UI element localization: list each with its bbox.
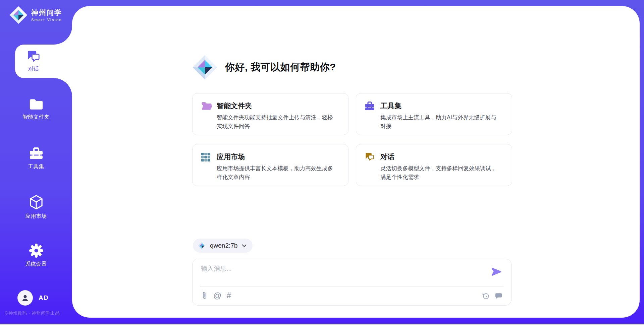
greeting-block: 你好, 我可以如何帮助你? <box>192 53 336 82</box>
brand-text: 神州问学 Smart Vision <box>31 8 62 22</box>
card-description: 智能文件夹功能支持批量文件上传与清洗，轻松实现文件问答 <box>217 113 336 130</box>
cube-icon <box>30 195 43 210</box>
composer-divider <box>200 286 504 287</box>
card-title: 应用市场 <box>217 152 245 162</box>
sidebar-item-app-market[interactable]: 应用市场 <box>0 195 72 220</box>
avatar <box>17 290 33 306</box>
gear-icon <box>29 244 43 258</box>
at-icon: @ <box>213 291 221 300</box>
model-selector[interactable]: qwen2:7b <box>193 239 253 253</box>
card-description: 应用市场提供丰富长文本模板，助力高效生成多样化文章内容 <box>217 164 336 181</box>
chat-icon <box>26 50 41 63</box>
greeting-title: 你好, 我可以如何帮助你? <box>225 61 336 74</box>
card-description: 灵活切换多模型文件，支持多样回复效果调试，满足个性化需求 <box>380 164 500 181</box>
chevron-down-icon <box>242 244 247 247</box>
attach-button[interactable] <box>201 291 208 300</box>
send-button[interactable] <box>491 267 502 276</box>
sidebar-item-chat[interactable]: 对话 <box>15 45 72 78</box>
message-composer: @ # <box>192 259 512 306</box>
chat-icon <box>365 152 375 161</box>
brand-diamond-icon <box>9 6 28 24</box>
sidebar-item-smart-folder[interactable]: 智能文件夹 <box>0 98 72 121</box>
user-initials: AD <box>39 294 48 302</box>
sidebar-item-label: 工具集 <box>28 163 44 170</box>
feedback-button[interactable] <box>495 292 502 299</box>
composer-right-toolbar <box>482 292 502 300</box>
message-input[interactable] <box>201 264 479 282</box>
sidebar-item-label: 应用市场 <box>25 213 47 220</box>
feature-cards: 智能文件夹 智能文件夹功能支持批量文件上传与清洗，轻松实现文件问答 工具集 集成… <box>192 93 512 186</box>
card-title: 工具集 <box>380 101 401 111</box>
history-button[interactable] <box>482 292 490 300</box>
chat-bubble-icon <box>495 292 502 299</box>
card-toolset[interactable]: 工具集 集成市场上主流工具，助力AI与外界无缝扩展与对接 <box>356 93 512 135</box>
brand-subtitle: Smart Vision <box>31 18 62 22</box>
sidebar: 神州问学 Smart Vision 对话 智能文件夹 <box>0 0 72 325</box>
card-app-market[interactable]: 应用市场 应用市场提供丰富长文本模板，助力高效生成多样化文章内容 <box>192 144 348 186</box>
folder-open-icon <box>201 102 212 111</box>
hash-icon: # <box>226 291 231 300</box>
composer-toolbar: @ # <box>201 291 231 300</box>
folder-icon <box>29 98 44 111</box>
card-smart-folder[interactable]: 智能文件夹 智能文件夹功能支持批量文件上传与清洗，轻松实现文件问答 <box>192 93 348 135</box>
grid-icon <box>201 152 210 162</box>
brand-diamond-icon <box>192 54 218 80</box>
sidebar-item-label: 对话 <box>28 66 39 73</box>
app-root: 你好, 我可以如何帮助你? 智能文件夹 智能文件夹功能支持批量文件上传与清洗，轻… <box>0 0 644 325</box>
sidebar-item-label: 智能文件夹 <box>23 114 50 121</box>
sidebar-item-toolset[interactable]: 工具集 <box>0 147 72 170</box>
brand-block: 神州问学 Smart Vision <box>9 6 62 24</box>
mention-button[interactable]: @ <box>213 291 221 300</box>
card-title: 智能文件夹 <box>217 101 252 111</box>
history-icon <box>482 292 490 300</box>
card-chat[interactable]: 对话 灵活切换多模型文件，支持多样回复效果调试，满足个性化需求 <box>356 144 512 186</box>
card-title: 对话 <box>380 152 394 162</box>
main-panel: 你好, 我可以如何帮助你? 智能文件夹 智能文件夹功能支持批量文件上传与清洗，轻… <box>72 6 640 318</box>
person-icon <box>21 294 30 302</box>
topic-button[interactable]: # <box>226 291 231 300</box>
brand-name: 神州问学 <box>31 8 62 17</box>
sidebar-item-chat-content: 对话 <box>15 45 52 78</box>
model-diamond-icon <box>198 241 207 250</box>
sidebar-item-label: 系统设置 <box>25 261 47 268</box>
sidebar-item-settings[interactable]: 系统设置 <box>0 244 72 268</box>
tab-corner-bottom <box>54 78 72 96</box>
model-name: qwen2:7b <box>210 242 237 249</box>
user-profile[interactable]: AD <box>17 290 48 306</box>
copyright-text: ©神州数码 · 神州问学出品 <box>5 310 60 316</box>
briefcase-icon <box>365 102 375 111</box>
card-description: 集成市场上主流工具，助力AI与外界无缝扩展与对接 <box>380 113 500 130</box>
taskbar-edge <box>0 324 644 325</box>
paperclip-icon <box>201 291 208 300</box>
tab-corner-top <box>54 26 72 45</box>
briefcase-icon <box>29 147 43 160</box>
send-icon <box>491 267 502 276</box>
